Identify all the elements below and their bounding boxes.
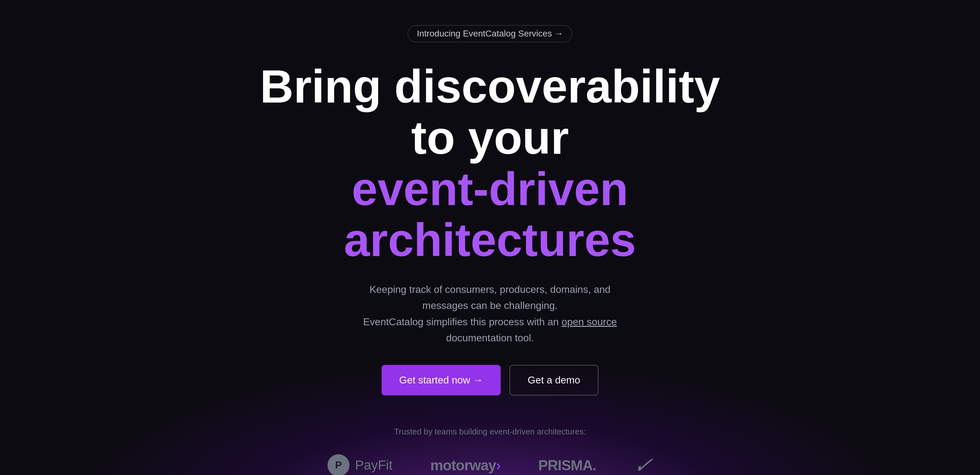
subtitle-line2: EventCatalog simplifies this process wit… <box>363 316 559 327</box>
payfit-label: PayFit <box>355 458 393 473</box>
announcement-text: Introducing EventCatalog Services → <box>417 29 563 39</box>
payfit-icon: P <box>328 454 350 475</box>
payfit-logo: P PayFit <box>328 454 393 475</box>
subtitle-line1: Keeping track of consumers, producers, d… <box>370 284 611 311</box>
hero-subtitle: Keeping track of consumers, producers, d… <box>348 282 632 346</box>
trusted-section: Trusted by teams building event-driven a… <box>328 427 652 475</box>
hero-section: Introducing EventCatalog Services → Brin… <box>0 0 980 475</box>
subtitle-end: documentation tool. <box>446 332 534 344</box>
open-source-link[interactable]: open source <box>562 316 617 327</box>
hero-title-line1: Bring discoverability to your <box>260 61 720 164</box>
get-demo-label: Get a demo <box>528 375 580 386</box>
cta-buttons: Get started now → Get a demo <box>382 365 598 395</box>
motorway-logo: motorway› <box>430 457 501 474</box>
nike-logo: ✓ <box>632 452 655 475</box>
hero-title-line2: event-driven architectures <box>239 164 741 266</box>
motorway-dot: › <box>496 457 500 473</box>
get-started-button[interactable]: Get started now → <box>382 365 501 395</box>
get-demo-button[interactable]: Get a demo <box>509 365 598 395</box>
logos-row: P PayFit motorway› PRISMA. ✓ <box>328 452 652 475</box>
hero-title: Bring discoverability to your event-driv… <box>239 61 741 266</box>
trusted-label: Trusted by teams building event-driven a… <box>394 427 586 437</box>
announcement-badge[interactable]: Introducing EventCatalog Services → <box>408 25 572 42</box>
get-started-label: Get started now → <box>399 375 483 386</box>
prisma-logo: PRISMA. <box>538 457 596 474</box>
